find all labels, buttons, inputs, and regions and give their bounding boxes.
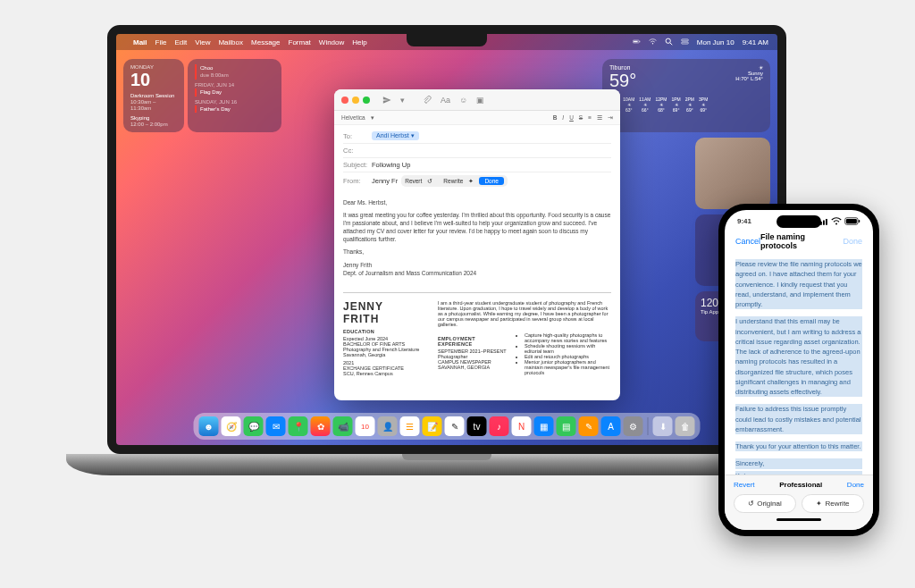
menu-file[interactable]: File xyxy=(155,38,167,46)
format-bar[interactable]: Helvetica ▾ B I U S ≡ ☰ ⇥ xyxy=(334,111,620,125)
fullscreen-button[interactable] xyxy=(363,97,370,104)
calendar-icon[interactable]: 10 xyxy=(356,416,375,436)
app-menu[interactable]: Mail xyxy=(133,38,147,46)
photo-picker-icon[interactable]: ▣ xyxy=(476,96,484,105)
mail-compose-window: ▾ Aa ☺ ▣ Helvetica ▾ B I U S ≡ ☰ xyxy=(334,89,620,400)
photos-icon[interactable]: ✿ xyxy=(311,416,331,436)
menu-window[interactable]: Window xyxy=(319,38,344,46)
emoji-icon[interactable]: ☺ xyxy=(459,96,467,105)
undo-icon: ↺ xyxy=(748,500,754,508)
original-button[interactable]: ↺ Original xyxy=(734,494,796,513)
done-button[interactable]: Done xyxy=(479,177,504,185)
menu-view[interactable]: View xyxy=(195,38,210,46)
weather-widget[interactable]: Tiburon 59° ☀ Sunny H:70° L:54° 9AM☀59° … xyxy=(602,59,770,132)
attach-icon[interactable] xyxy=(423,96,432,105)
mail-icon[interactable]: ✉ xyxy=(266,416,286,436)
to-field[interactable]: To: Andi Herbst ▾ xyxy=(343,129,611,144)
finder-icon[interactable]: ☻ xyxy=(199,416,219,436)
cc-field[interactable]: Cc: xyxy=(343,144,611,158)
settings-icon[interactable]: ⚙ xyxy=(624,416,643,436)
list-button[interactable]: ☰ xyxy=(597,114,602,122)
close-button[interactable] xyxy=(341,97,348,104)
svg-point-12 xyxy=(835,223,837,225)
from-field[interactable]: From: Jenny Fr Revert ↺ Rewrite ✦ Done xyxy=(343,172,611,189)
menubar-date[interactable]: Mon Jun 10 xyxy=(697,38,735,46)
keynote-icon[interactable]: ▦ xyxy=(534,416,554,436)
downloads-icon[interactable]: ⬇ xyxy=(653,416,673,436)
revert-icon[interactable]: ↺ xyxy=(427,178,432,185)
music-icon[interactable]: ♪ xyxy=(490,416,509,436)
signature: Sincerely, xyxy=(735,458,862,468)
home-indicator[interactable] xyxy=(776,518,821,521)
format-toggle-icon[interactable]: Aa xyxy=(441,96,450,105)
list-item: Flag Day xyxy=(195,88,274,96)
search-icon[interactable] xyxy=(665,38,673,47)
strike-button[interactable]: S xyxy=(579,114,583,121)
calendar-event: Darkroom Session 10:30am – 11:30am xyxy=(130,93,177,113)
facetime-icon[interactable]: 📹 xyxy=(333,416,353,436)
list-header: SUNDAY, JUN 16 xyxy=(195,98,274,105)
maps-icon[interactable]: 📍 xyxy=(289,416,308,436)
svg-rect-2 xyxy=(634,40,638,42)
contacts-icon[interactable]: 👤 xyxy=(378,416,398,436)
weather-hourly: 9AM☀59° 10AM☀63° 11AM☀66° 12PM☀68° 1PM☀6… xyxy=(609,97,763,113)
align-button[interactable]: ≡ xyxy=(588,114,592,121)
list-item: Schedule shooting sessions with editoria… xyxy=(525,343,611,354)
iphone-mail-body[interactable]: Please review the file naming protocols … xyxy=(725,256,873,491)
resume-summary: I am a third-year student undergraduate … xyxy=(438,300,611,327)
news-icon[interactable]: N xyxy=(512,416,532,436)
italic-button[interactable]: I xyxy=(562,114,564,121)
bold-button[interactable]: B xyxy=(553,114,558,121)
mail-body[interactable]: Dear Ms. Herbst, It was great meeting yo… xyxy=(334,193,620,287)
wifi-icon xyxy=(831,217,842,225)
svg-point-3 xyxy=(652,43,653,44)
calendar-widget[interactable]: MONDAY 10 Darkroom Session 10:30am – 11:… xyxy=(123,59,184,132)
header-dropdown-icon[interactable]: ▾ xyxy=(400,96,405,105)
subject-value[interactable]: Following Up xyxy=(372,161,410,169)
window-titlebar[interactable]: ▾ Aa ☺ ▣ xyxy=(334,89,620,111)
send-icon[interactable] xyxy=(382,96,391,105)
battery-icon[interactable] xyxy=(633,38,641,47)
svg-rect-10 xyxy=(823,220,825,224)
wifi-icon[interactable] xyxy=(649,38,657,47)
menubar-time[interactable]: 9:41 AM xyxy=(743,38,768,46)
sparkle-icon[interactable]: ✦ xyxy=(468,178,474,185)
menu-format[interactable]: Format xyxy=(289,38,311,46)
rewrite-button[interactable]: Rewrite xyxy=(443,178,463,184)
pages-icon[interactable]: ✎ xyxy=(579,416,599,436)
body-paragraph: I understand that this email may be inco… xyxy=(735,316,862,397)
safari-icon[interactable]: 🧭 xyxy=(222,416,241,436)
appstore-icon[interactable]: A xyxy=(601,416,621,436)
iphone-screen: 9:41 Cancel File naming protocols Done P… xyxy=(725,210,873,530)
reminders-widget[interactable]: Choo due 8:00am FRIDAY, JUN 14 Flag Day … xyxy=(188,59,281,132)
macbook-frame: Mail File Edit View Mailbox Message Form… xyxy=(107,25,786,499)
freeform-icon[interactable]: ✎ xyxy=(445,416,465,436)
minimize-button[interactable] xyxy=(352,97,359,104)
underline-button[interactable]: U xyxy=(569,114,574,121)
rewrite-button[interactable]: ✦ Rewrite xyxy=(802,494,864,513)
font-name[interactable]: Helvetica xyxy=(341,114,365,121)
indent-button[interactable]: ⇥ xyxy=(608,114,613,122)
cancel-button[interactable]: Cancel xyxy=(735,237,760,246)
revert-button[interactable]: Revert xyxy=(734,481,755,489)
calendar-event: Skyping 12:00 – 2:00pm xyxy=(130,115,177,128)
control-center-icon[interactable] xyxy=(681,38,689,47)
photos-widget[interactable] xyxy=(695,138,770,209)
numbers-icon[interactable]: ▤ xyxy=(557,416,576,436)
done-button[interactable]: Done xyxy=(843,237,862,246)
recipient-token[interactable]: Andi Herbst ▾ xyxy=(372,131,419,140)
notes-icon[interactable]: 📝 xyxy=(423,416,442,436)
tv-icon[interactable]: tv xyxy=(467,416,487,436)
messages-icon[interactable]: 💬 xyxy=(244,416,264,436)
menu-help[interactable]: Help xyxy=(352,38,366,46)
revert-button[interactable]: Revert xyxy=(405,178,422,184)
reminders-icon[interactable]: ☰ xyxy=(400,416,420,436)
done-button[interactable]: Done xyxy=(847,481,864,489)
menu-message[interactable]: Message xyxy=(251,38,280,46)
list-item: Capture high-quality photographs to acco… xyxy=(525,332,611,343)
trash-icon[interactable]: 🗑 xyxy=(676,416,695,436)
menu-mailbox[interactable]: Mailbox xyxy=(218,38,243,46)
resume-attachment: JENNY FRITH EDUCATION Expected June 2024… xyxy=(343,292,611,376)
menu-edit[interactable]: Edit xyxy=(174,38,187,46)
subject-field[interactable]: Subject: Following Up xyxy=(343,158,611,172)
